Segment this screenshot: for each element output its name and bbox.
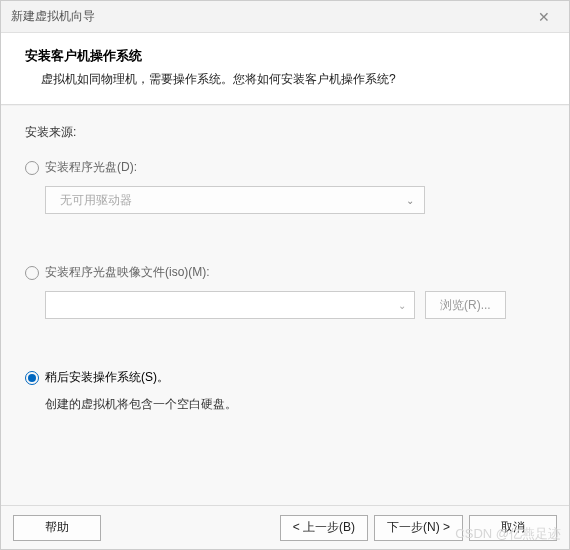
radio-later[interactable]: 稍后安装操作系统(S)。 [25,369,545,386]
close-icon: ✕ [538,9,550,25]
iso-input-row: ⌄ 浏览(R)... [25,291,545,319]
wizard-window: 新建虚拟机向导 ✕ 安装客户机操作系统 虚拟机如同物理机，需要操作系统。您将如何… [0,0,570,550]
iso-path-input[interactable]: ⌄ [45,291,415,319]
back-button[interactable]: < 上一步(B) [280,515,368,541]
browse-button[interactable]: 浏览(R)... [425,291,506,319]
wizard-header: 安装客户机操作系统 虚拟机如同物理机，需要操作系统。您将如何安装客户机操作系统? [1,33,569,105]
radio-disc[interactable]: 安装程序光盘(D): [25,159,545,176]
radio-iso-label: 安装程序光盘映像文件(iso)(M): [45,264,210,281]
radio-iso[interactable]: 安装程序光盘映像文件(iso)(M): [25,264,545,281]
titlebar: 新建虚拟机向导 ✕ [1,1,569,33]
disc-dropdown[interactable]: 无可用驱动器 ⌄ [45,186,425,214]
wizard-footer: 帮助 < 上一步(B) 下一步(N) > 取消 [1,505,569,549]
cancel-label: 取消 [501,519,525,536]
radio-disc-label: 安装程序光盘(D): [45,159,137,176]
radio-later-label: 稍后安装操作系统(S)。 [45,369,169,386]
option-disc-group: 安装程序光盘(D): 无可用驱动器 ⌄ [25,159,545,214]
help-button[interactable]: 帮助 [13,515,101,541]
next-label: 下一步(N) > [387,519,450,536]
header-description: 虚拟机如同物理机，需要操作系统。您将如何安装客户机操作系统? [25,71,545,88]
later-hint: 创建的虚拟机将包含一个空白硬盘。 [25,396,545,413]
install-source-label: 安装来源: [25,124,545,141]
close-button[interactable]: ✕ [529,2,559,32]
disc-dropdown-value: 无可用驱动器 [60,192,132,209]
option-later-group: 稍后安装操作系统(S)。 创建的虚拟机将包含一个空白硬盘。 [25,369,545,413]
back-label: < 上一步(B) [293,519,355,536]
help-label: 帮助 [45,519,69,536]
disc-indent: 无可用驱动器 ⌄ [25,186,545,214]
cancel-button[interactable]: 取消 [469,515,557,541]
radio-icon [25,161,39,175]
radio-icon [25,371,39,385]
wizard-content: 安装来源: 安装程序光盘(D): 无可用驱动器 ⌄ 安装程序光盘映像文件(iso… [1,105,569,505]
next-button[interactable]: 下一步(N) > [374,515,463,541]
header-title: 安装客户机操作系统 [25,47,545,65]
chevron-down-icon: ⌄ [398,300,406,311]
browse-label: 浏览(R)... [440,297,491,314]
radio-icon [25,266,39,280]
chevron-down-icon: ⌄ [406,195,414,206]
option-iso-group: 安装程序光盘映像文件(iso)(M): ⌄ 浏览(R)... [25,264,545,319]
window-title: 新建虚拟机向导 [11,8,95,25]
